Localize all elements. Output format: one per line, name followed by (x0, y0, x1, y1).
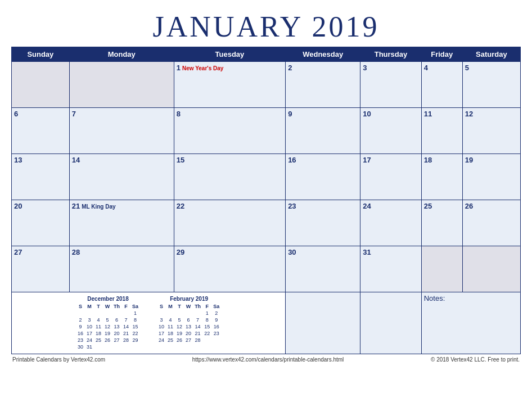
calendar-cell: 17 (360, 154, 422, 200)
mini-cal-day: 12 (103, 323, 112, 330)
calendar-cell: 26 (462, 200, 520, 246)
mini-cal-dec-title: December 2018 (76, 296, 140, 302)
notes-cell: Notes: (421, 292, 520, 354)
day-number: 29 (177, 248, 184, 256)
footer-center: https://www.vertex42.com/calendars/print… (192, 356, 344, 363)
mini-cal-day (76, 310, 85, 317)
mini-cal-day: 18 (166, 330, 175, 337)
mini-cal-header: W (103, 303, 112, 310)
mini-cal-day: 26 (175, 337, 184, 344)
mini-cal-day: 23 (76, 337, 85, 344)
calendar-week-1: 6789101112 (12, 108, 521, 154)
mini-cal-day (94, 310, 103, 317)
mini-cal-day (112, 310, 121, 317)
mini-cal-day: 11 (166, 323, 175, 330)
day-number: 10 (363, 110, 371, 118)
mini-cal-header: W (184, 303, 193, 310)
day-number: 22 (177, 202, 184, 210)
calendar-cell: 12 (462, 108, 520, 154)
mini-cal-day (103, 344, 112, 350)
day-number: 25 (424, 202, 432, 210)
calendar-cell (421, 246, 462, 292)
mini-cal-header: Sa (211, 303, 221, 310)
mini-cal-day: 27 (112, 337, 121, 344)
day-number: 26 (465, 202, 473, 210)
day-number: 28 (72, 248, 80, 256)
mini-cal-day: 10 (85, 323, 94, 330)
day-number: 23 (288, 202, 296, 210)
mini-cal-header: S (157, 303, 166, 310)
mini-cal-day: 5 (175, 317, 184, 323)
mini-cal-day (157, 310, 166, 317)
mini-cal-day (103, 310, 112, 317)
day-number: 31 (363, 248, 371, 256)
calendar-cell: 6 (12, 108, 70, 154)
mini-cal-day (184, 310, 193, 317)
day-number: 18 (424, 156, 432, 164)
calendar-week-0: 1New Year's Day2345 (12, 62, 521, 108)
day-number: 21 (72, 202, 80, 210)
mini-cal-day (130, 344, 140, 350)
day-number: 6 (14, 110, 18, 118)
calendar-cell: 4 (421, 62, 462, 108)
day-number: 16 (288, 156, 296, 164)
holiday-label: ML King Day (82, 204, 115, 210)
mini-cal-day: 21 (193, 330, 202, 337)
empty-bottom-4 (286, 292, 360, 354)
mini-cal-day: 5 (103, 317, 112, 323)
mini-cal-day: 19 (103, 330, 112, 337)
mini-calendars-cell: December 2018 SMTWThFSa12345678910111213… (12, 292, 286, 354)
calendar-cell: 14 (69, 154, 174, 200)
empty-bottom-5 (360, 292, 422, 354)
calendar-cell: 22 (174, 200, 285, 246)
mini-cal-day: 30 (76, 344, 85, 350)
mini-cal-header: M (85, 303, 94, 310)
day-number: 9 (288, 110, 292, 118)
mini-cal-day (94, 344, 103, 350)
mini-cal-day: 31 (85, 344, 94, 350)
mini-cal-day: 16 (211, 323, 221, 330)
calendar-cell: 24 (360, 200, 422, 246)
calendar-table: Sunday Monday Tuesday Wednesday Thursday… (11, 47, 521, 354)
mini-cal-day: 14 (193, 323, 202, 330)
day-number: 13 (14, 156, 22, 164)
calendar-cell: 25 (421, 200, 462, 246)
mini-cal-day: 25 (166, 337, 175, 344)
header-row: Sunday Monday Tuesday Wednesday Thursday… (12, 47, 521, 62)
day-number: 24 (363, 202, 371, 210)
mini-cal-header: S (76, 303, 85, 310)
mini-cal-day: 23 (211, 330, 221, 337)
mini-cal-day: 17 (157, 330, 166, 337)
day-number: 30 (288, 248, 296, 256)
mini-cal-day: 15 (202, 323, 211, 330)
day-number: 2 (288, 64, 292, 72)
mini-cal-day: 1 (202, 310, 211, 317)
mini-cal-day: 6 (184, 317, 193, 323)
calendar-cell: 20 (12, 200, 70, 246)
col-saturday: Saturday (462, 47, 520, 62)
holiday-label: New Year's Day (182, 65, 223, 71)
calendar-cell: 21ML King Day (69, 200, 174, 246)
mini-cal-day: 28 (193, 337, 202, 344)
mini-cal-day: 18 (94, 330, 103, 337)
mini-cal-day: 15 (130, 323, 140, 330)
mini-cal-day: 16 (76, 330, 85, 337)
footer-left: Printable Calendars by Vertex42.com (12, 356, 105, 363)
calendar-week-4: 2728293031 (12, 246, 521, 292)
mini-cal-day: 7 (193, 317, 202, 323)
day-number: 20 (14, 202, 22, 210)
calendar-week-2: 13141516171819 (12, 154, 521, 200)
notes-label: Notes: (424, 294, 445, 302)
footer: Printable Calendars by Vertex42.com http… (11, 354, 521, 363)
mini-cal-day: 9 (211, 317, 221, 323)
mini-cal-day (211, 337, 221, 344)
calendar-cell: 15 (174, 154, 285, 200)
bottom-row: December 2018 SMTWThFSa12345678910111213… (12, 292, 521, 354)
day-number: 8 (177, 110, 181, 118)
calendar-cell: 16 (286, 154, 360, 200)
col-sunday: Sunday (12, 47, 70, 62)
calendar-cell: 31 (360, 246, 422, 292)
day-number: 15 (177, 156, 184, 164)
mini-cal-day: 4 (94, 317, 103, 323)
mini-cal-day: 2 (211, 310, 221, 317)
